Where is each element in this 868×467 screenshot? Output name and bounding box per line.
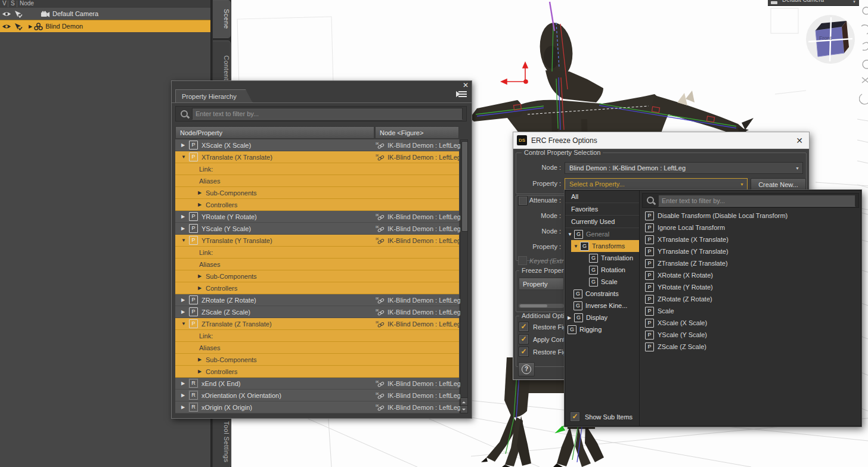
- tree-row[interactable]: ▶ Controllers IK: [175, 366, 459, 378]
- eye-icon[interactable]: [2, 23, 11, 30]
- tree-row[interactable]: ▶ R xEnd (X End) IK IK-Blind Demon : Lef…: [175, 378, 459, 390]
- tab-tool-settings[interactable]: Tool Settings: [213, 416, 231, 467]
- camera-controls-toolbar[interactable]: [859, 5, 868, 130]
- camera-selector[interactable]: Default Camera ▼: [768, 0, 859, 6]
- expander-icon[interactable]: ▶: [181, 226, 188, 231]
- tree-row[interactable]: ▶ P ZRotate (Z Rotate) IK IK-Blind Demon…: [175, 294, 459, 306]
- tree-row[interactable]: ▶ P YRotate (Y Rotate) IK IK-Blind Demon…: [175, 211, 459, 223]
- tree-row[interactable]: ▶ Sub-Components IK: [175, 270, 459, 282]
- apply-control-option[interactable]: Apply Contr: [519, 334, 567, 344]
- pointer-select-icon[interactable]: [14, 23, 23, 30]
- horizontal-scrollbar[interactable]: [519, 304, 564, 308]
- property-combo[interactable]: Select a Property...: [565, 178, 748, 191]
- property-list-item[interactable]: P XTranslate (X Translate): [640, 234, 862, 245]
- tree-row[interactable]: Link: IK: [175, 163, 459, 175]
- property-list-item[interactable]: P YScale (Y Scale): [640, 329, 862, 341]
- category-item[interactable]: G Rigging: [565, 323, 639, 335]
- property-list-item[interactable]: P XScale (X Scale): [640, 317, 862, 329]
- category-item[interactable]: Favorites: [565, 203, 639, 216]
- tree-row[interactable]: ▶ P YScale (Y Scale) IK IK-Blind Demon :…: [175, 223, 459, 235]
- expander-icon[interactable]: ▶: [198, 273, 204, 279]
- expander-icon[interactable]: ▶: [568, 315, 574, 320]
- tree-row[interactable]: ▶ Controllers IK: [175, 282, 459, 294]
- scrollbar-thumb[interactable]: [461, 141, 468, 232]
- filter-input[interactable]: [658, 195, 855, 207]
- tree-row[interactable]: ▼ P ZTranslate (Z Translate) IK IK-Blind…: [175, 318, 459, 330]
- tree-row[interactable]: ▶ P ZScale (Z Scale) IK IK-Blind Demon :…: [175, 306, 459, 318]
- property-list-item[interactable]: P YRotate (Y Rotate): [640, 281, 862, 293]
- close-icon[interactable]: ✕: [796, 136, 803, 145]
- expander-icon[interactable]: ▼: [181, 321, 188, 326]
- tree-row[interactable]: Aliases IK: [175, 259, 459, 270]
- view-cube[interactable]: Front: [806, 15, 855, 64]
- tree-row[interactable]: ▶ Sub-Components IK: [175, 187, 459, 199]
- tab-scene[interactable]: Scene: [213, 0, 231, 38]
- expander-icon[interactable]: ▶: [181, 214, 188, 219]
- expander-icon[interactable]: ▶: [29, 24, 32, 29]
- property-list-item[interactable]: P Scale: [640, 305, 862, 317]
- tree-row[interactable]: Link: IK: [175, 330, 459, 342]
- filter-input[interactable]: [192, 108, 463, 120]
- tree-row[interactable]: ▶ R xOrigin (X Origin) IK IK-Blind Demon…: [175, 401, 459, 413]
- checkbox-checked[interactable]: [519, 334, 529, 344]
- expander-icon[interactable]: ▶: [181, 142, 188, 148]
- property-list-item[interactable]: P XRotate (X Rotate): [640, 269, 862, 281]
- restore-figure-option-2[interactable]: Restore Figu: [519, 347, 571, 357]
- pointer-select-icon[interactable]: [14, 10, 23, 18]
- vertical-scrollbar[interactable]: [460, 139, 468, 413]
- expander-icon[interactable]: ▶: [181, 309, 188, 315]
- node-combo[interactable]: Blind Demon : IK-Blind Demon : LeftLeg: [565, 162, 803, 174]
- close-icon[interactable]: ✕: [463, 81, 469, 89]
- scroll-down-button[interactable]: [461, 405, 467, 413]
- category-item[interactable]: ▶ G Display: [565, 312, 639, 323]
- tree-row[interactable]: Link: IK: [175, 247, 459, 259]
- category-item[interactable]: All: [565, 191, 639, 203]
- expander-icon[interactable]: ▶: [198, 357, 204, 362]
- tree-row[interactable]: ▶ P XScale (X Scale) IK IK-Blind Demon :…: [175, 139, 459, 151]
- expander-icon[interactable]: ▶: [181, 381, 188, 386]
- category-item[interactable]: G Scale: [565, 276, 639, 288]
- tree-row[interactable]: ▶ Controllers IK: [175, 199, 459, 211]
- expander-icon[interactable]: ▼: [181, 238, 188, 243]
- tree-row[interactable]: Aliases IK: [175, 175, 459, 187]
- category-item[interactable]: G Constraints: [565, 288, 639, 300]
- panel-menu-icon[interactable]: [457, 91, 467, 99]
- tree-row[interactable]: ▼ P XTranslate (X Translate) IK IK-Blind…: [175, 151, 459, 163]
- property-list-item[interactable]: P ZScale (Z Scale): [640, 341, 862, 353]
- tree-row[interactable]: ▼ P YTranslate (Y Translate) IK IK-Blind…: [175, 235, 459, 247]
- restore-figure-option-1[interactable]: Restore Figu: [519, 322, 571, 332]
- property-list-item[interactable]: P Ignore Local Transform: [640, 222, 862, 234]
- category-item[interactable]: Currently Used: [565, 216, 639, 228]
- checkbox-checked[interactable]: [570, 412, 580, 422]
- scene-node-blind-demon[interactable]: ▶ Blind Demon: [0, 20, 210, 32]
- eye-icon[interactable]: [2, 11, 11, 17]
- category-item[interactable]: G Rotation: [565, 264, 639, 276]
- freeze-column-header[interactable]: Property: [519, 278, 564, 290]
- category-item[interactable]: G Translation: [565, 252, 639, 264]
- expander-icon[interactable]: ▼: [574, 244, 580, 249]
- property-list-item[interactable]: P Disable Transform (Disable Local Trans…: [640, 210, 862, 222]
- expander-icon[interactable]: ▶: [181, 393, 188, 398]
- scroll-up-button[interactable]: [461, 397, 467, 405]
- expander-icon[interactable]: ▼: [568, 232, 574, 237]
- checkbox-checked[interactable]: [519, 322, 529, 332]
- expander-icon[interactable]: ▶: [198, 285, 204, 291]
- column-header-node-property[interactable]: Node/Property: [175, 126, 374, 139]
- property-hierarchy-tab[interactable]: Property Hierarchy: [175, 89, 253, 103]
- property-list-item[interactable]: P ZRotate (Z Rotate): [640, 293, 862, 305]
- property-list-item[interactable]: P ZTranslate (Z Translate): [640, 257, 862, 269]
- dialog-titlebar[interactable]: DS ERC Freeze Options ✕: [513, 132, 809, 149]
- expander-icon[interactable]: ▶: [198, 190, 204, 195]
- category-item[interactable]: G Inverse Kine...: [565, 300, 639, 312]
- column-header-node-figure[interactable]: Node <Figure>: [375, 126, 459, 139]
- category-item[interactable]: ▼ G General: [565, 228, 639, 240]
- expander-icon[interactable]: ▶: [198, 202, 204, 207]
- show-sub-items-option[interactable]: Show Sub Items: [570, 412, 633, 422]
- expander-icon[interactable]: ▶: [181, 404, 188, 410]
- checkbox-checked[interactable]: [519, 347, 529, 357]
- tree-row[interactable]: ▶ R xOrientation (X Orientation) IK IK-B…: [175, 390, 459, 401]
- scene-node-default-camera[interactable]: Default Camera: [0, 8, 210, 20]
- property-list-item[interactable]: P YTranslate (Y Translate): [640, 245, 862, 257]
- expander-icon[interactable]: ▶: [181, 297, 188, 303]
- expander-icon[interactable]: ▼: [181, 154, 188, 160]
